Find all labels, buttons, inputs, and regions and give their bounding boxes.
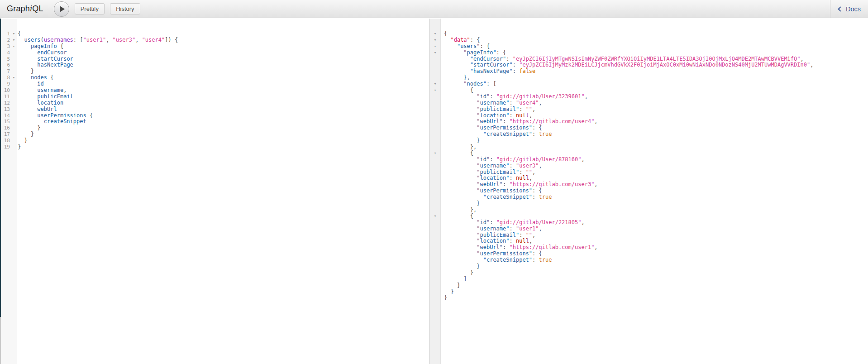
result-line: "endCursor": "eyJpZCI6IjIyMTgwNSIsImNyZW… bbox=[429, 56, 868, 62]
code-text: endCursor bbox=[16, 50, 67, 56]
fold-gutter-spacer bbox=[11, 62, 16, 68]
code-text: "id": "gid://gitlab/User/878160", bbox=[441, 157, 585, 163]
editor-line[interactable]: 19} bbox=[1, 144, 429, 150]
fold-toggle-icon[interactable]: ▾ bbox=[429, 37, 441, 43]
code-text: webUrl bbox=[16, 106, 57, 113]
execute-query-button[interactable] bbox=[54, 1, 69, 17]
editor-line[interactable]: 4 endCursor bbox=[1, 50, 429, 56]
editor-line[interactable]: 2▾ users(usernames: ["user1", "user3", "… bbox=[1, 37, 429, 43]
graphiql-logo: GraphiQL bbox=[7, 4, 43, 14]
editor-line[interactable]: 15 createSnippet bbox=[1, 119, 429, 125]
editor-line[interactable]: 8▾ nodes { bbox=[1, 75, 429, 81]
fold-toggle-icon[interactable]: ▾ bbox=[429, 50, 441, 56]
fold-gutter-spacer bbox=[429, 144, 441, 150]
editor-line[interactable]: 1▾{ bbox=[1, 31, 429, 37]
code-text: hasNextPage bbox=[16, 62, 73, 68]
fold-toggle-icon[interactable]: ▾ bbox=[429, 31, 441, 37]
fold-gutter-spacer bbox=[429, 68, 441, 75]
fold-gutter-spacer bbox=[11, 138, 16, 144]
editor-line[interactable]: 10 username, bbox=[1, 87, 429, 94]
editor-line[interactable]: 9 id bbox=[1, 81, 429, 87]
result-line: ▾{ bbox=[429, 31, 868, 37]
code-text: } bbox=[441, 295, 447, 301]
fold-gutter-spacer bbox=[429, 131, 441, 138]
fold-toggle-icon[interactable]: ▾ bbox=[429, 150, 441, 157]
result-line: } bbox=[429, 295, 868, 301]
fold-gutter-spacer bbox=[429, 75, 441, 81]
workspace: 1▾{2▾ users(usernames: ["user1", "user3"… bbox=[0, 19, 868, 364]
fold-toggle-icon[interactable]: ▾ bbox=[429, 81, 441, 87]
code-text: } bbox=[16, 144, 21, 150]
line-number: 8 bbox=[1, 75, 11, 81]
line-number: 2 bbox=[1, 37, 11, 43]
history-button[interactable]: History bbox=[110, 3, 140, 14]
fold-toggle-icon[interactable]: ▾ bbox=[429, 87, 441, 94]
editor-line[interactable]: 6 hasNextPage bbox=[1, 62, 429, 68]
fold-gutter-spacer bbox=[11, 50, 16, 56]
result-line: "createSnippet": true bbox=[429, 257, 868, 263]
line-number: 15 bbox=[1, 119, 11, 125]
editor-line[interactable]: 11 publicEmail bbox=[1, 94, 429, 100]
code-text: pageInfo { bbox=[16, 43, 63, 50]
query-editor[interactable]: 1▾{2▾ users(usernames: ["user1", "user3"… bbox=[1, 19, 429, 364]
code-text: } bbox=[16, 125, 41, 131]
result-line: "hasNextPage": false bbox=[429, 68, 868, 75]
editor-line[interactable]: 13 webUrl bbox=[1, 106, 429, 113]
fold-gutter-spacer bbox=[11, 100, 16, 106]
editor-line[interactable]: 16 } bbox=[1, 125, 429, 131]
fold-toggle-icon[interactable]: ▾ bbox=[429, 43, 441, 50]
code-text: }, bbox=[441, 207, 477, 213]
editor-line[interactable]: 7 } bbox=[1, 68, 429, 75]
line-number: 14 bbox=[1, 113, 11, 119]
result-line: } bbox=[429, 270, 868, 276]
result-viewer-lines: ▾{▾ "data": {▾ "users": {▾ "pageInfo": {… bbox=[429, 19, 868, 301]
result-line: ▾ { bbox=[429, 213, 868, 220]
editor-line[interactable]: 12 location bbox=[1, 100, 429, 106]
chevron-left-icon bbox=[838, 6, 843, 11]
code-text: "userPermissions": { bbox=[441, 125, 542, 131]
result-line: }, bbox=[429, 75, 868, 81]
fold-toggle-icon[interactable]: ▾ bbox=[429, 213, 441, 220]
docs-toggle-button[interactable]: Docs bbox=[830, 0, 868, 18]
fold-toggle-icon[interactable]: ▾ bbox=[11, 37, 16, 43]
fold-gutter-spacer bbox=[11, 113, 16, 119]
fold-gutter-spacer bbox=[429, 238, 441, 244]
code-text: }, bbox=[441, 144, 477, 150]
result-line: "userPermissions": { bbox=[429, 125, 868, 131]
code-text: "createSnippet": true bbox=[441, 131, 552, 138]
code-text: } bbox=[441, 138, 480, 144]
code-text: }, bbox=[441, 75, 470, 81]
editor-line[interactable]: 3▾ pageInfo { bbox=[1, 43, 429, 50]
code-text: { bbox=[441, 87, 473, 94]
fold-gutter-spacer bbox=[429, 194, 441, 201]
result-line: "location": null, bbox=[429, 238, 868, 244]
line-number: 19 bbox=[1, 144, 11, 150]
code-text: { bbox=[16, 31, 21, 37]
editor-line[interactable]: 18 } bbox=[1, 138, 429, 144]
code-text: "userPermissions": { bbox=[441, 251, 542, 257]
fold-toggle-icon[interactable]: ▾ bbox=[11, 31, 16, 37]
result-line: } bbox=[429, 138, 868, 144]
fold-gutter-spacer bbox=[429, 263, 441, 270]
fold-gutter-spacer bbox=[11, 106, 16, 113]
code-text: "username": "user4", bbox=[441, 100, 542, 106]
code-text: } bbox=[441, 201, 480, 207]
fold-gutter-spacer bbox=[429, 113, 441, 119]
code-text: "pageInfo": { bbox=[441, 50, 506, 56]
result-line: ▾ { bbox=[429, 150, 868, 157]
editor-line[interactable]: 14 userPermissions { bbox=[1, 113, 429, 119]
result-line: "location": null, bbox=[429, 113, 868, 119]
code-text: "publicEmail": "", bbox=[441, 169, 535, 176]
result-line: } bbox=[429, 283, 868, 289]
result-line: "startCursor": "eyJpZCI6IjMyMzk2MDEiLCJj… bbox=[429, 62, 868, 68]
result-line: ▾ "users": { bbox=[429, 43, 868, 50]
fold-toggle-icon[interactable]: ▾ bbox=[11, 75, 16, 81]
code-text: "location": null, bbox=[441, 175, 532, 182]
fold-toggle-icon[interactable]: ▾ bbox=[11, 43, 16, 50]
prettify-button[interactable]: Prettify bbox=[75, 3, 105, 14]
editor-line[interactable]: 5 startCursor bbox=[1, 56, 429, 62]
left-edge-strip bbox=[0, 19, 1, 317]
editor-line[interactable]: 17 } bbox=[1, 131, 429, 138]
result-line: "username": "user1", bbox=[429, 226, 868, 232]
result-line: ▾ "nodes": [ bbox=[429, 81, 868, 87]
